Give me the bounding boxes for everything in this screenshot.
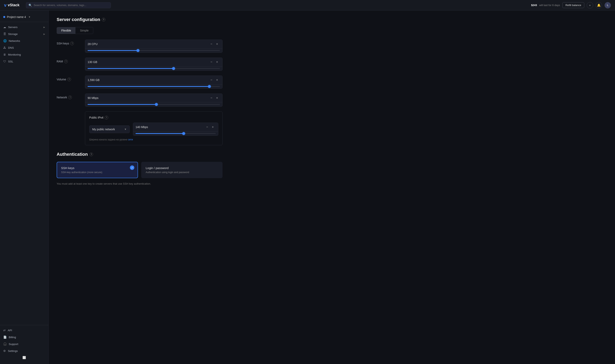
- tab-flexible[interactable]: Flexible: [57, 27, 75, 34]
- ipv4-bandwidth-control: 140 Mbps − +: [133, 123, 218, 136]
- network-slider-track[interactable]: [88, 104, 220, 105]
- project-arrow: ▼: [28, 16, 30, 18]
- search-bar[interactable]: 🔍: [26, 2, 111, 8]
- notifications-button[interactable]: 🔔: [596, 2, 602, 9]
- volume-decrement-button[interactable]: −: [209, 77, 214, 83]
- project-selector[interactable]: Project name 4 ▼: [0, 14, 48, 22]
- monitoring-icon: 🖥: [3, 53, 6, 56]
- sidebar-item-api[interactable]: ⇄ API: [0, 327, 48, 334]
- auth-ssh-subtitle: SSH-key authentication (more secure): [61, 171, 134, 174]
- expand-arrow: ▶: [43, 33, 45, 35]
- avatar[interactable]: L: [604, 2, 611, 9]
- auth-note: You must add at least one key to create …: [57, 182, 223, 185]
- ram-increment-button[interactable]: +: [214, 59, 220, 65]
- balance-amount: $243: [531, 4, 537, 7]
- sidebar-item-monitoring[interactable]: 🖥 Monitoring: [0, 51, 48, 58]
- ipv4-slider-fill: [136, 133, 184, 134]
- network-dropdown[interactable]: My public network ▼: [89, 125, 130, 133]
- sidebar-label-servers: Servers: [8, 26, 18, 29]
- config-tabs: Flexible Simple: [57, 27, 93, 34]
- sidebar-item-support[interactable]: 🎧 Support: [0, 340, 48, 347]
- volume-label: Volume ?: [57, 76, 81, 81]
- balance-sub: will last for 6 days: [539, 4, 560, 7]
- network-label: Network ?: [57, 93, 81, 99]
- ram-slider-track[interactable]: [88, 68, 220, 69]
- servers-icon: ☁: [3, 26, 6, 29]
- cpu-increment-button[interactable]: +: [214, 41, 220, 47]
- main-content: Server configuration ? Flexible Simple S…: [49, 11, 231, 364]
- auth-password-subtitle: Authentication using login and password: [146, 171, 218, 174]
- logo-icon: v: [4, 3, 6, 8]
- auth-help-icon[interactable]: ?: [89, 153, 93, 156]
- sidebar-label-settings: Settings: [8, 350, 18, 352]
- cpu-help-icon[interactable]: ?: [70, 42, 74, 45]
- sidebar-item-billing[interactable]: 📄 Billing: [0, 334, 48, 340]
- storage-icon: 🗄: [3, 32, 6, 36]
- sidebar: Project name 4 ▼ ☁ Servers ▶ 🗄 Storage ▶…: [0, 11, 49, 364]
- volume-slider-thumb[interactable]: [208, 85, 211, 88]
- ipv4-slider-thumb[interactable]: [182, 132, 185, 135]
- network-slider-thumb[interactable]: [155, 103, 158, 106]
- settings-icon: ⚙: [3, 349, 6, 352]
- ram-slider-thumb[interactable]: [172, 67, 175, 70]
- ram-help-icon[interactable]: ?: [64, 60, 68, 63]
- sidebar-item-ssl[interactable]: 🛡 SSL: [0, 58, 48, 65]
- volume-help-icon[interactable]: ?: [67, 78, 71, 81]
- sidebar-item-storage[interactable]: 🗄 Storage ▶: [0, 30, 48, 37]
- expand-arrow: ▶: [43, 26, 45, 28]
- sidebar-label-dns: DNS: [8, 46, 14, 49]
- auth-card-password[interactable]: Login / password Authentication using lo…: [141, 162, 223, 178]
- sidebar-label-api: API: [8, 329, 12, 332]
- search-input[interactable]: [34, 4, 108, 7]
- cpu-slider-track[interactable]: [88, 50, 220, 51]
- server-config-title: Server configuration: [57, 17, 100, 22]
- sidebar-item-networks[interactable]: 🌐 Networks: [0, 37, 48, 44]
- cpu-decrement-button[interactable]: −: [209, 41, 214, 47]
- dns-icon: 🖧: [3, 46, 6, 49]
- volume-slider-fill: [88, 86, 210, 87]
- auth-cards: SSH keys SSH-key authentication (more se…: [57, 162, 223, 178]
- cpu-value: 28 CPU: [88, 42, 209, 46]
- auth-title: Authentication: [57, 152, 88, 157]
- sidebar-item-settings[interactable]: ⚙ Settings: [0, 347, 48, 354]
- tab-simple[interactable]: Simple: [75, 27, 93, 34]
- cpu-slider-thumb[interactable]: [137, 49, 140, 52]
- network-help-icon[interactable]: ?: [68, 96, 72, 99]
- ipv4-help-icon[interactable]: ?: [105, 116, 108, 119]
- balance-info: $243 will last for 6 days: [531, 4, 560, 7]
- add-button[interactable]: +: [587, 2, 593, 9]
- server-config-help-icon[interactable]: ?: [102, 18, 105, 21]
- project-dot: [3, 16, 5, 18]
- billing-icon: 📄: [3, 336, 7, 339]
- sidebar-label-billing: Billing: [9, 336, 16, 339]
- network-increment-button[interactable]: +: [214, 95, 220, 101]
- sidebar-label-monitoring: Monitoring: [8, 53, 21, 56]
- server-config-section: Server configuration ? Flexible Simple S…: [57, 17, 223, 145]
- ipv4-decrement-button[interactable]: −: [204, 124, 210, 130]
- project-name: Project name 4: [7, 15, 26, 19]
- sidebar-item-servers[interactable]: ☁ Servers ▶: [0, 24, 48, 30]
- authentication-section: Authentication ? SSH keys SSH-key authen…: [57, 152, 223, 185]
- section-title-auth: Authentication ?: [57, 152, 223, 157]
- refill-balance-button[interactable]: Refill balance: [562, 2, 584, 8]
- network-value: 90 Mbps: [88, 96, 209, 100]
- cpu-slider-fill: [88, 50, 138, 51]
- ipv4-increment-button[interactable]: +: [210, 124, 216, 130]
- cpu-label: SSH keys ?: [57, 39, 81, 45]
- ipv4-controls: My public network ▼ 140 Mbps − +: [89, 123, 218, 136]
- network-dropdown-value: My public network: [92, 128, 115, 131]
- ram-decrement-button[interactable]: −: [209, 59, 214, 65]
- ipv4-title: Public IPv4 ?: [89, 116, 218, 119]
- logo: v vStack: [4, 3, 19, 8]
- sidebar-item-dns[interactable]: 🖧 DNS: [0, 44, 48, 51]
- volume-increment-button[interactable]: +: [214, 77, 220, 83]
- auth-card-ssh[interactable]: SSH keys SSH-key authentication (more se…: [57, 162, 138, 178]
- section-title-server-config: Server configuration ?: [57, 17, 223, 22]
- network-decrement-button[interactable]: −: [209, 95, 214, 101]
- ipv4-note-link[interactable]: сети: [128, 138, 133, 141]
- sidebar-bottom: ⇄ API 📄 Billing 🎧 Support ⚙ Sett: [0, 325, 48, 361]
- sidebar-collapse-button[interactable]: ⬜: [0, 354, 48, 361]
- ipv4-slider-track[interactable]: [136, 133, 216, 134]
- bell-icon: 🔔: [597, 3, 601, 7]
- volume-slider-track[interactable]: [88, 86, 220, 87]
